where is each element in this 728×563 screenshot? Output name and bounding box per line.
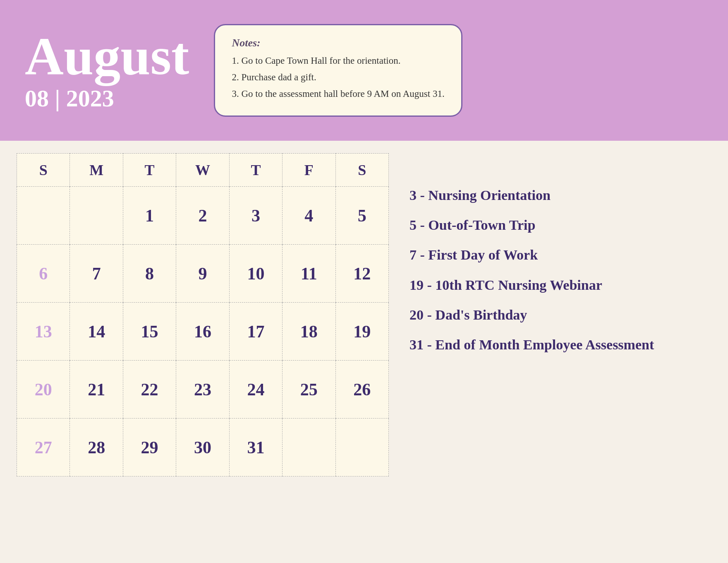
- calendar-day: 11: [283, 245, 335, 303]
- calendar-day: 13: [17, 303, 70, 361]
- calendar-day: 25: [283, 361, 335, 419]
- calendar-day: 20: [17, 361, 70, 419]
- event-1: 3 - Nursing Orientation: [410, 186, 711, 205]
- calendar-header-row: S M T W T F S: [17, 154, 389, 187]
- event-3: 7 - First Day of Work: [410, 246, 711, 264]
- calendar-day: 12: [335, 245, 388, 303]
- title-block: August 08 | 2023: [25, 29, 189, 112]
- calendar-week-row: 12345: [17, 187, 389, 245]
- month-heading: August: [25, 29, 189, 83]
- event-4: 19 - 10th RTC Nursing Webinar: [410, 276, 711, 294]
- calendar-day: 28: [70, 419, 123, 476]
- date-line: 08 | 2023: [25, 84, 189, 112]
- calendar-day: 16: [176, 303, 229, 361]
- notes-list: 1. Go to Cape Town Hall for the orientat…: [232, 54, 444, 101]
- calendar-day: 17: [229, 303, 282, 361]
- calendar-day: 4: [283, 187, 335, 245]
- calendar-day: [335, 419, 388, 476]
- calendar-day: 29: [123, 419, 176, 476]
- calendar-day: [17, 187, 70, 245]
- note-item-3: 3. Go to the assessment hall before 9 AM…: [232, 87, 444, 101]
- calendar-day: 30: [176, 419, 229, 476]
- header-section: August 08 | 2023 Notes: 1. Go to Cape To…: [0, 0, 728, 141]
- calendar-week-row: 2728293031: [17, 419, 389, 476]
- day-header-fri: F: [283, 154, 335, 187]
- event-2: 5 - Out-of-Town Trip: [410, 216, 711, 234]
- calendar-day: 27: [17, 419, 70, 476]
- calendar-day: 7: [70, 245, 123, 303]
- calendar-day: 5: [335, 187, 388, 245]
- calendar-day: 8: [123, 245, 176, 303]
- calendar-day: 15: [123, 303, 176, 361]
- day-header-sat: S: [335, 154, 388, 187]
- calendar-day: 1: [123, 187, 176, 245]
- events-sidebar: 3 - Nursing Orientation 5 - Out-of-Town …: [389, 153, 711, 476]
- notes-box: Notes: 1. Go to Cape Town Hall for the o…: [214, 24, 462, 117]
- calendar-day: 18: [283, 303, 335, 361]
- calendar-day: 22: [123, 361, 176, 419]
- main-section: S M T W T F S 12345678910111213141516171…: [0, 141, 728, 485]
- calendar-day: [70, 187, 123, 245]
- calendar-day: 2: [176, 187, 229, 245]
- calendar-grid: S M T W T F S 12345678910111213141516171…: [17, 153, 389, 476]
- day-header-wed: W: [176, 154, 229, 187]
- event-5: 20 - Dad's Birthday: [410, 306, 711, 324]
- calendar-day: [283, 419, 335, 476]
- calendar-week-row: 20212223242526: [17, 361, 389, 419]
- note-item-1: 1. Go to Cape Town Hall for the orientat…: [232, 54, 444, 67]
- calendar-day: 31: [229, 419, 282, 476]
- calendar-section: S M T W T F S 12345678910111213141516171…: [17, 153, 389, 476]
- calendar-day: 21: [70, 361, 123, 419]
- notes-label: Notes:: [232, 37, 444, 49]
- day-header-tue: T: [123, 154, 176, 187]
- day-header-sun: S: [17, 154, 70, 187]
- calendar-day: 26: [335, 361, 388, 419]
- note-item-2: 2. Purchase dad a gift.: [232, 71, 444, 84]
- calendar-day: 23: [176, 361, 229, 419]
- day-header-thu: T: [229, 154, 282, 187]
- event-6: 31 - End of Month Employee Assessment: [410, 336, 711, 354]
- calendar-day: 9: [176, 245, 229, 303]
- calendar-day: 19: [335, 303, 388, 361]
- calendar-day: 10: [229, 245, 282, 303]
- calendar-day: 14: [70, 303, 123, 361]
- day-header-mon: M: [70, 154, 123, 187]
- calendar-week-row: 13141516171819: [17, 303, 389, 361]
- calendar-day: 24: [229, 361, 282, 419]
- calendar-week-row: 6789101112: [17, 245, 389, 303]
- calendar-day: 6: [17, 245, 70, 303]
- calendar-day: 3: [229, 187, 282, 245]
